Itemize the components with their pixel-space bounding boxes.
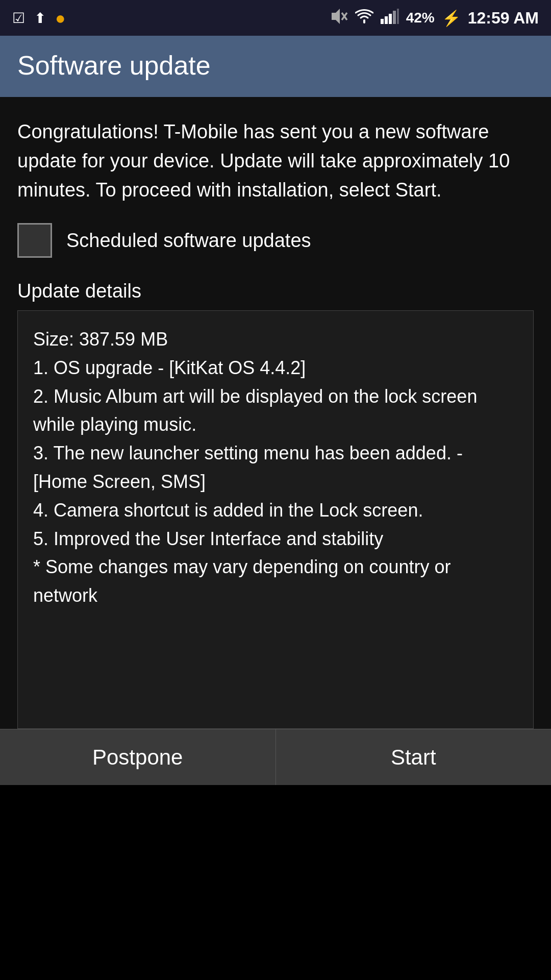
scheduled-updates-row[interactable]: Scheduled software updates xyxy=(17,223,534,258)
scheduled-updates-checkbox[interactable] xyxy=(17,223,52,258)
main-content: Congratulations! T-Mobile has sent you a… xyxy=(0,97,551,729)
battery-icon: ⚡ xyxy=(442,9,461,27)
intro-text: Congratulations! T-Mobile has sent you a… xyxy=(17,117,534,205)
signal-icon xyxy=(381,9,399,28)
update-details-heading: Update details xyxy=(17,280,534,302)
svg-rect-7 xyxy=(397,9,399,24)
upload-icon: ⬆ xyxy=(34,10,46,27)
status-bar: ☑ ⬆ ● xyxy=(0,0,551,36)
start-button[interactable]: Start xyxy=(276,729,552,785)
status-left-icons: ☑ ⬆ ● xyxy=(12,8,66,28)
mute-icon xyxy=(329,8,348,29)
update-details-text: Size: 387.59 MB 1. OS upgrade - [KitKat … xyxy=(33,329,477,606)
postpone-button[interactable]: Postpone xyxy=(0,729,276,785)
time-display: 12:59 AM xyxy=(468,9,539,28)
page-title: Software update xyxy=(17,50,534,81)
status-right-icons: 42% ⚡ 12:59 AM xyxy=(329,8,539,29)
svg-rect-5 xyxy=(389,14,392,24)
wifi-icon xyxy=(355,9,373,27)
svg-marker-0 xyxy=(332,9,340,24)
svg-rect-3 xyxy=(381,19,384,24)
svg-rect-4 xyxy=(385,16,388,24)
svg-rect-6 xyxy=(393,11,396,24)
tmobile-icon: ● xyxy=(55,8,66,28)
update-details-box: Size: 387.59 MB 1. OS upgrade - [KitKat … xyxy=(17,310,534,729)
action-buttons: Postpone Start xyxy=(0,729,551,785)
screen-capture-icon: ☑ xyxy=(12,10,25,27)
screen-header: Software update xyxy=(0,36,551,97)
battery-percent: 42% xyxy=(406,10,435,26)
scheduled-updates-label: Scheduled software updates xyxy=(66,230,311,252)
